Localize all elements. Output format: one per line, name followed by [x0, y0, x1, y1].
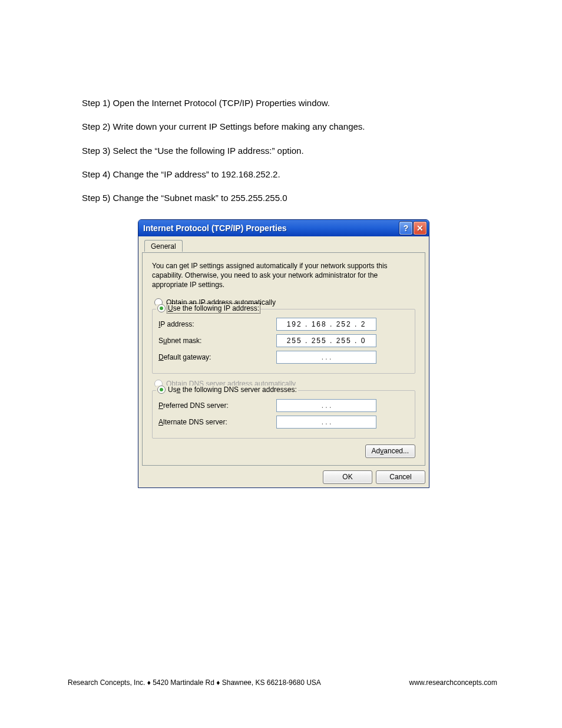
- subnet-mask-input[interactable]: 255 . 255 . 255 . 0: [276, 334, 376, 347]
- ip-address-input[interactable]: 192 . 168 . 252 . 2: [276, 318, 376, 331]
- step-4: Step 4) Change the “IP address” to 192.1…: [82, 169, 503, 180]
- ok-button[interactable]: OK: [323, 470, 372, 484]
- preferred-dns-input[interactable]: . . .: [276, 399, 376, 412]
- step-1: Step 1) Open the Internet Protocol (TCP/…: [82, 97, 503, 109]
- default-gateway-input[interactable]: . . .: [276, 351, 376, 364]
- radio-use-following-dns[interactable]: [157, 386, 166, 394]
- preferred-dns-label: Preferred DNS server:: [158, 401, 276, 410]
- instruction-block: Step 1) Open the Internet Protocol (TCP/…: [82, 97, 503, 216]
- close-icon[interactable]: ✕: [414, 222, 427, 235]
- tab-general[interactable]: General: [144, 240, 183, 252]
- alternate-dns-label: Alternate DNS server:: [158, 418, 276, 426]
- radio-use-following-ip[interactable]: [157, 304, 166, 312]
- step-3: Step 3) Select the “Use the following IP…: [82, 145, 503, 157]
- help-icon[interactable]: ?: [399, 222, 412, 235]
- dns-group: Use the following DNS server addresses: …: [152, 390, 415, 439]
- page-footer: Research Concepts, Inc. ♦ 5420 Martindal…: [68, 678, 497, 687]
- window-title: Internet Protocol (TCP/IP) Properties: [143, 223, 286, 233]
- dialog-description: You can get IP settings assigned automat…: [152, 261, 415, 290]
- subnet-mask-label: Subnet mask:: [158, 337, 276, 345]
- advanced-button[interactable]: Advanced...: [365, 444, 415, 458]
- title-bar[interactable]: Internet Protocol (TCP/IP) Properties ? …: [138, 220, 429, 236]
- alternate-dns-input[interactable]: . . .: [276, 416, 376, 429]
- step-2: Step 2) Write down your current IP Setti…: [82, 121, 503, 133]
- radio-use-following-ip-label: Use the following IP address:: [168, 304, 259, 312]
- tcpip-properties-dialog: Internet Protocol (TCP/IP) Properties ? …: [138, 219, 429, 488]
- step-5: Step 5) Change the “Subnet mask” to 255.…: [82, 192, 503, 204]
- ip-address-group: Use the following IP address: IP address…: [152, 309, 415, 374]
- cancel-button[interactable]: Cancel: [376, 470, 425, 484]
- footer-address: Research Concepts, Inc. ♦ 5420 Martindal…: [68, 678, 321, 687]
- default-gateway-label: Default gateway:: [158, 353, 276, 361]
- footer-url: www.researchconcepts.com: [409, 678, 497, 687]
- ip-address-label: IP address:: [158, 320, 276, 328]
- radio-use-following-dns-label: Use the following DNS server addresses:: [168, 386, 297, 394]
